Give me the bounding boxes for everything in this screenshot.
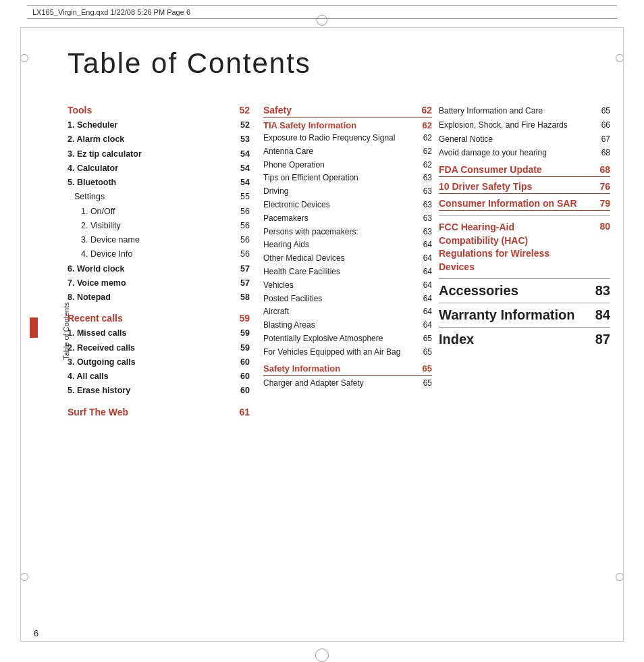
toc-visibility: 2. Visibility 56: [68, 219, 250, 233]
toc-electronic-devices: Electronic Devices 63: [263, 199, 432, 212]
toc-exposure: Exposure to Radio Frequency Signal 62: [263, 132, 432, 145]
toc-air-bag: For Vehicles Equipped with an Air Bag 65: [263, 346, 432, 359]
toc-bluetooth: 5. Bluetooth 54: [68, 176, 250, 190]
section-safety: Safety 62: [263, 105, 432, 118]
section-consumer-sar-page: 79: [599, 198, 610, 209]
section-fcc-label: FCC Hearing-AidCompatibility (HAC)Regula…: [439, 221, 549, 274]
section-consumer-sar: Consumer Information on SAR 79: [439, 198, 610, 211]
section-recent-calls: Recent calls 59: [68, 313, 250, 324]
section-tools-label: Tools: [68, 105, 230, 116]
section-fcc-page: 80: [599, 221, 610, 232]
section-surf-web-label: Surf The Web: [68, 407, 230, 417]
section-safety-page: 62: [421, 105, 432, 116]
section-index: Index 87: [439, 332, 610, 347]
toc-health-care: Health Care Facilities 64: [263, 265, 432, 279]
toc-phone-operation: Phone Operation 62: [263, 159, 432, 172]
subsection-tia-label: TIA Safety Information: [263, 120, 356, 130]
toc-aircraft: Aircraft 64: [263, 305, 432, 319]
column-1: Tools 52 1. Scheduler 52 2. Alarm clock …: [68, 105, 250, 621]
toc-outgoing-calls: 3. Outgoing calls 60: [68, 355, 250, 370]
toc-received-calls: 2. Received calls 59: [68, 341, 250, 355]
column-2: Safety 62 TIA Safety Information 62 Expo…: [250, 105, 432, 621]
toc-persons-pacemakers: Persons with pacemakers: 63: [263, 226, 432, 239]
toc-settings: Settings 55: [68, 190, 250, 204]
toc-posted-facilities: Posted Facilities 64: [263, 292, 432, 306]
section-consumer-sar-label: Consumer Information on SAR: [439, 198, 577, 209]
section-tools-page: 52: [230, 105, 250, 116]
section-fda: FDA Consumer Update 68: [439, 164, 610, 177]
subsection-safety-info-label: Safety Information: [263, 363, 340, 374]
section-recent-calls-page: 59: [230, 313, 250, 324]
toc-scheduler: 1. Scheduler 52: [68, 118, 250, 132]
column-3: Battery Information and Care 65 Explosio…: [432, 105, 610, 621]
toc-tips-efficient: Tips on Efficient Operation 63: [263, 172, 432, 185]
toc-device-info: 4. Device Info 56: [68, 247, 250, 261]
header-bar: LX165_Virgin_Eng.qxd 1/22/08 5:26 PM Pag…: [27, 5, 617, 19]
page-number: 6: [34, 628, 38, 638]
section-driver-tips: 10 Driver Safety Tips 76: [439, 181, 610, 194]
toc-other-medical: Other Medical Devices 64: [263, 252, 432, 265]
toc-battery-info: Battery Information and Care 65: [439, 105, 610, 118]
subsection-tia: TIA Safety Information 62: [263, 120, 432, 130]
section-fcc: FCC Hearing-AidCompatibility (HAC)Regula…: [439, 221, 610, 274]
toc-avoid-hearing: Avoid damage to your hearing 68: [439, 147, 610, 160]
section-tools: Tools 52: [68, 105, 250, 116]
toc-missed-calls: 1. Missed calls 59: [68, 326, 250, 340]
toc-vehicles: Vehicles 64: [263, 279, 432, 292]
toc-general-notice: General Notice 67: [439, 133, 610, 147]
section-safety-label: Safety: [263, 105, 292, 116]
toc-hearing-aids: Hearing Aids 64: [263, 238, 432, 252]
toc-explosion: Explosion, Shock, and Fire Hazards 66: [439, 119, 610, 132]
section-recent-calls-label: Recent calls: [68, 313, 230, 324]
bottom-registration-circle: [315, 648, 329, 662]
toc-pacemakers: Pacemakers 63: [263, 212, 432, 226]
section-warranty: Warranty Information 84: [439, 307, 610, 323]
section-surf-web: Surf The Web 61: [68, 407, 250, 417]
section-index-page: 87: [595, 332, 610, 347]
subsection-safety-info-page: 65: [423, 363, 432, 374]
toc-explosive: Potentially Explosive Atmosphere 65: [263, 332, 432, 346]
toc-alarm: 2. Alarm clock 53: [68, 132, 250, 147]
toc-charger-safety: Charger and Adapter Safety 65: [263, 377, 432, 390]
section-fda-page: 68: [599, 164, 610, 175]
divider-2: [439, 278, 610, 279]
divider-3: [439, 303, 610, 303]
toc-blasting: Blasting Areas 64: [263, 319, 432, 332]
toc-world-clock: 6. World clock 57: [68, 262, 250, 276]
section-accessories-label: Accessories: [439, 283, 518, 299]
section-fda-label: FDA Consumer Update: [439, 164, 542, 175]
subsection-safety-info: Safety Information 65: [263, 363, 432, 376]
toc-voice-memo: 7. Voice memo 57: [68, 276, 250, 290]
section-warranty-label: Warranty Information: [439, 307, 575, 323]
toc-device-name: 3. Device name 56: [68, 233, 250, 247]
section-driver-tips-label: 10 Driver Safety Tips: [439, 181, 532, 192]
section-accessories-page: 83: [595, 283, 610, 299]
section-surf-web-page: 61: [230, 407, 250, 417]
toc-onoff: 1. On/Off 56: [68, 205, 250, 219]
red-tab-marker: [30, 317, 38, 338]
section-warranty-page: 84: [595, 307, 610, 323]
toc-all-calls: 4. All calls 60: [68, 370, 250, 384]
section-accessories: Accessories 83: [439, 283, 610, 299]
toc-antenna-care: Antenna Care 62: [263, 145, 432, 159]
page-title: Table of Contents: [68, 47, 311, 80]
subsection-tia-page: 62: [423, 120, 432, 130]
toc-driving: Driving 63: [263, 185, 432, 199]
content-area: Tools 52 1. Scheduler 52 2. Alarm clock …: [68, 105, 610, 621]
toc-erase-history: 5. Erase history 60: [68, 384, 250, 398]
section-index-label: Index: [439, 332, 474, 347]
divider-4: [439, 327, 610, 328]
toc-ez-tip: 3. Ez tip calculator 54: [68, 147, 250, 161]
header-text: LX165_Virgin_Eng.qxd 1/22/08 5:26 PM Pag…: [32, 8, 190, 16]
toc-notepad: 8. Notepad 58: [68, 290, 250, 305]
divider-1: [439, 215, 610, 215]
toc-calculator: 4. Calculator 54: [68, 161, 250, 176]
section-driver-tips-page: 76: [599, 181, 610, 192]
